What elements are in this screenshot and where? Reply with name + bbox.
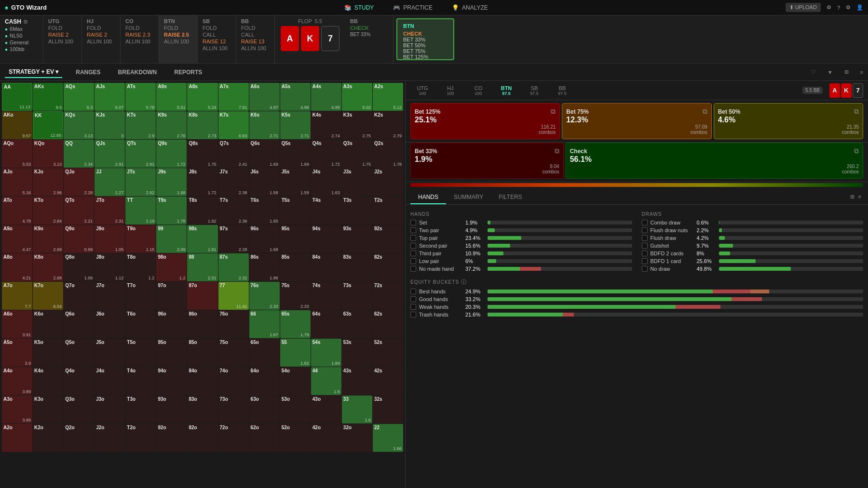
cell-j7s[interactable]: J7s2.38 — [218, 168, 249, 196]
cell-98o[interactable]: 98o1.2 — [156, 253, 187, 281]
cell-52o[interactable]: 52o — [280, 424, 311, 452]
cell-q2s[interactable]: Q2s1.78 — [373, 140, 403, 168]
cell-j3s[interactable]: J3s — [342, 168, 372, 196]
cell-jts[interactable]: JTs2.92 — [125, 168, 156, 196]
cell-j6s[interactable]: J6s1.58 — [249, 168, 280, 196]
nav-study[interactable]: 📚 STUDY — [340, 2, 378, 13]
cell-j3o[interactable]: J3o — [95, 396, 125, 423]
cell-qts[interactable]: QTs2.91 — [125, 140, 156, 168]
cell-k3o[interactable]: K3o — [33, 396, 63, 423]
cell-84o[interactable]: 84o — [187, 367, 217, 395]
hand-check-gutshot[interactable] — [642, 243, 648, 249]
cell-kk[interactable]: KK12.85 — [33, 111, 63, 139]
co-header[interactable]: CO100 — [466, 85, 490, 96]
nav-practice[interactable]: 🎮 PRACTICE — [389, 2, 436, 13]
heart-icon[interactable]: ♡ — [811, 69, 816, 75]
cell-a7s[interactable]: A7s7.61 — [218, 83, 249, 111]
bet50-expand[interactable]: ⧉ — [854, 107, 859, 116]
cell-q4o[interactable]: Q4o — [64, 367, 94, 395]
cell-j4o[interactable]: J4o — [95, 367, 125, 395]
cell-t5o[interactable]: T5o — [125, 339, 156, 367]
bet50-box[interactable]: Bet 50% ⧉ 4.6% 21.35combos — [714, 103, 863, 139]
cell-43o[interactable]: 43o — [311, 396, 341, 423]
cell-a8o[interactable]: A8o4.21 — [2, 253, 32, 281]
cell-q6o[interactable]: Q6o — [64, 310, 94, 338]
cell-q8s[interactable]: Q8s1.75 — [187, 140, 217, 168]
cell-k8s[interactable]: K8s2.73 — [187, 111, 217, 139]
reports-tab[interactable]: REPORTS — [170, 67, 206, 78]
cell-k4s[interactable]: K4s2.74 — [311, 111, 341, 139]
cell-jto[interactable]: JTo2.31 — [95, 197, 125, 224]
hand-check-combodraw[interactable] — [642, 220, 648, 225]
cell-kjs[interactable]: KJs3 — [95, 111, 125, 139]
hand-check-thirdpair[interactable] — [410, 251, 416, 256]
cell-jj[interactable]: JJ2.27 — [95, 168, 125, 196]
cash-position[interactable]: CASH ⚙ ● 6Max ● NL50 ● General ● 100bb — [0, 15, 43, 63]
cell-a6s[interactable]: A6s4.97 — [249, 83, 280, 111]
cell-99[interactable]: 992.09 — [156, 225, 187, 253]
cell-43s[interactable]: 43s — [342, 367, 372, 395]
cell-63o[interactable]: 63o — [249, 396, 280, 423]
cell-77[interactable]: 7711.41 — [218, 282, 249, 310]
cell-97s[interactable]: 97s2.28 — [218, 225, 249, 253]
bb-position[interactable]: BB FOLD CALL RAISE 13 ALLIN 100 — [236, 15, 275, 63]
cell-42o[interactable]: 42o — [311, 424, 341, 452]
cell-j5o[interactable]: J5o — [95, 339, 125, 367]
cell-k8o[interactable]: K8o2.68 — [33, 253, 63, 281]
bet75-box[interactable]: Bet 75% ⧉ 12.3% 57.09combos — [562, 103, 711, 139]
breakdown-tab[interactable]: BREAKDOWN — [114, 67, 161, 78]
cell-74o[interactable]: 74o — [218, 367, 249, 395]
settings-icon-2[interactable]: ⚙ — [846, 4, 851, 11]
cell-q2o[interactable]: Q2o — [64, 424, 94, 452]
cell-a3s[interactable]: A3s5.02 — [342, 83, 372, 111]
cell-a4o[interactable]: A4o3.89 — [2, 367, 32, 395]
cell-j2s[interactable]: J2s — [373, 168, 403, 196]
sb-position[interactable]: SB FOLD CALL RAISE 12 ALLIN 100 — [198, 15, 236, 63]
cell-kts[interactable]: KTs2.9 — [125, 111, 156, 139]
nav-analyze[interactable]: 💡 ANALYZE — [448, 2, 492, 13]
bet125-box[interactable]: Bet 125% ⧉ 25.1% 116.21combos — [410, 103, 560, 139]
cell-33[interactable]: 331.6 — [342, 396, 372, 423]
utg-position[interactable]: UTG FOLD RAISE 2 ALLIN 100 — [43, 15, 82, 63]
hj-header[interactable]: HJ100 — [438, 85, 462, 96]
btn-position[interactable]: BTN FOLD RAISE 2.5 ALLIN 100 — [159, 15, 198, 63]
cell-aqo[interactable]: AQo5.53 — [2, 140, 32, 168]
cell-j8o[interactable]: J8o1.12 — [95, 253, 125, 281]
sb-header[interactable]: SB97.5 — [522, 85, 546, 96]
cell-t6s[interactable]: T6s1.65 — [249, 197, 280, 224]
hj-position[interactable]: HJ FOLD RAISE 2 ALLIN 100 — [82, 15, 121, 63]
btn-bet50[interactable]: BET 50% — [403, 42, 448, 48]
cell-qjo[interactable]: QJo2.28 — [64, 168, 94, 196]
cell-96s[interactable]: 96s1.68 — [249, 225, 280, 253]
cell-64o[interactable]: 64o — [249, 367, 280, 395]
cell-t7s[interactable]: T7s2.36 — [218, 197, 249, 224]
cell-k6s[interactable]: K6s2.71 — [249, 111, 280, 139]
cell-63s[interactable]: 63s — [342, 310, 372, 338]
cell-ako[interactable]: AKo9.57 — [2, 111, 32, 139]
cell-95s[interactable]: 95s — [280, 225, 311, 253]
cell-74s[interactable]: 74s — [311, 282, 341, 310]
cell-95o[interactable]: 95o — [156, 339, 187, 367]
help-icon[interactable]: ? — [837, 5, 840, 11]
cell-kqo[interactable]: KQo3.13 — [33, 140, 63, 168]
eq-check-trash[interactable] — [410, 312, 416, 317]
cell-a3o[interactable]: A3o3.89 — [2, 396, 32, 423]
cell-j6o[interactable]: J6o — [95, 310, 125, 338]
cell-ats[interactable]: ATs5.78 — [125, 83, 156, 111]
grid-view-icon[interactable]: ⊞ — [848, 191, 856, 204]
cell-j7o[interactable]: J7o — [95, 282, 125, 310]
btn-header[interactable]: BTN97.5 — [494, 85, 518, 96]
bet125-expand[interactable]: ⧉ — [551, 107, 556, 116]
eq-check-good[interactable] — [410, 296, 416, 302]
cell-85o[interactable]: 85o — [187, 339, 217, 367]
cell-52s[interactable]: 52s — [373, 339, 403, 367]
cell-a2o[interactable]: A2o — [2, 424, 32, 452]
cell-q3o[interactable]: Q3o — [64, 396, 94, 423]
cell-94o[interactable]: 94o — [156, 367, 187, 395]
cell-76o[interactable]: 76o — [218, 310, 249, 338]
tab-filters[interactable]: FILTERS — [491, 191, 529, 204]
cell-83o[interactable]: 83o — [187, 396, 217, 423]
cell-94s[interactable]: 94s — [311, 225, 341, 253]
tab-hands[interactable]: HANDS — [410, 191, 446, 204]
cell-62s[interactable]: 62s — [373, 310, 403, 338]
